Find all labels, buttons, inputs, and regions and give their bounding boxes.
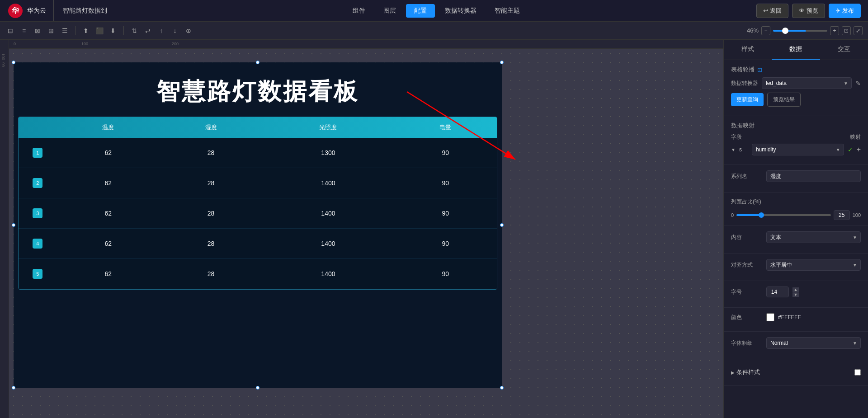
data-converter-select-wrapper: led_data bbox=[762, 77, 852, 89]
ruler-mark-v-100: 100 bbox=[1, 53, 5, 60]
align-select[interactable]: 水平居中 bbox=[766, 259, 861, 271]
table-row: 2 62 28 1400 90 bbox=[19, 168, 497, 198]
dashboard-content: 智慧路灯数据看板 温度 湿度 光照度 电量 bbox=[14, 62, 502, 388]
zoom-area: 46% − + ⊡ ⤢ bbox=[747, 26, 863, 35]
ruler-horizontal: 0 100 200 bbox=[0, 40, 723, 49]
align-middle-icon[interactable]: ⬛ bbox=[94, 26, 104, 36]
handle-bottom-right[interactable] bbox=[500, 386, 504, 390]
content-select[interactable]: 文本 bbox=[766, 231, 861, 243]
row-power-cell: 90 bbox=[394, 168, 497, 198]
canvas-area[interactable]: 0 100 200 99 100 智慧路灯数据看板 bbox=[0, 40, 723, 418]
row-humidity-cell: 28 bbox=[160, 138, 262, 168]
data-converter-row: 数据转换器 led_data ✎ bbox=[731, 77, 861, 89]
huawei-logo-icon: 华 bbox=[7, 3, 24, 19]
font-size-input[interactable] bbox=[766, 286, 789, 297]
back-label: 返回 bbox=[770, 7, 782, 15]
logo-area: 华 华为云 bbox=[0, 0, 54, 21]
font-size-up[interactable]: ▲ bbox=[793, 287, 799, 292]
row-id-cell: 2 bbox=[19, 168, 57, 198]
font-weight-select[interactable]: Normal bbox=[766, 337, 861, 349]
align-justify-icon[interactable]: ☰ bbox=[60, 26, 70, 36]
col-index-header bbox=[19, 117, 57, 138]
layer-down-icon[interactable]: ↓ bbox=[170, 26, 180, 36]
data-converter-label: 数据转换器 bbox=[731, 80, 758, 87]
handle-top-right[interactable] bbox=[500, 61, 504, 64]
tab-style[interactable]: 样式 bbox=[724, 40, 772, 60]
query-actions-row: 更新查询 预览结果 bbox=[731, 93, 861, 107]
ruler-mark-0: 0 bbox=[14, 42, 16, 46]
font-weight-section: 字体粗细 Normal bbox=[724, 332, 868, 359]
preview-button[interactable]: 👁 预览 bbox=[792, 4, 825, 18]
color-row: 颜色 #FFFFFF bbox=[731, 313, 861, 321]
distribute-h-icon[interactable]: ⊞ bbox=[46, 26, 56, 36]
row-light-cell: 1400 bbox=[262, 229, 394, 259]
data-converter-select[interactable]: led_data bbox=[762, 77, 852, 89]
nav-components[interactable]: 组件 bbox=[344, 4, 373, 18]
back-button[interactable]: ↩ 返回 bbox=[756, 4, 788, 18]
tab-interact[interactable]: 交互 bbox=[820, 40, 868, 60]
flip-v-icon[interactable]: ⇅ bbox=[129, 26, 139, 36]
field-s-label: s bbox=[739, 146, 748, 153]
layer-up-icon[interactable]: ↑ bbox=[156, 26, 166, 36]
color-hex-value: #FFFFFF bbox=[778, 314, 801, 320]
col-width-label: 列宽占比(%) bbox=[731, 198, 763, 206]
refresh-query-button[interactable]: 更新查询 bbox=[731, 93, 764, 106]
row-temp-cell: 62 bbox=[57, 138, 160, 168]
align-left-icon[interactable]: ⊟ bbox=[5, 26, 15, 36]
publish-button[interactable]: ✈ 发布 bbox=[829, 4, 861, 18]
series-name-input[interactable] bbox=[766, 170, 861, 182]
table-carousel-section: 表格轮播 ⊡ 数据转换器 led_data ✎ 更新查询 预览结果 bbox=[724, 60, 868, 116]
font-size-section: 字号 ▲ ▼ bbox=[724, 281, 868, 308]
handle-left[interactable] bbox=[12, 223, 15, 227]
nav-layers[interactable]: 图层 bbox=[375, 4, 404, 18]
content-select-wrapper: 文本 bbox=[766, 231, 861, 243]
condition-style-row[interactable]: ▶ 条件样式 bbox=[731, 365, 861, 380]
col-width-slider[interactable] bbox=[736, 214, 831, 216]
row-humidity-cell: 28 bbox=[160, 259, 262, 289]
expand-icon[interactable]: ▼ bbox=[731, 147, 736, 152]
row-light-cell: 1400 bbox=[262, 168, 394, 198]
align-center-h-icon[interactable]: ≡ bbox=[19, 26, 29, 36]
handle-right[interactable] bbox=[500, 223, 504, 227]
publish-label: 发布 bbox=[842, 7, 854, 15]
zoom-slider[interactable] bbox=[773, 30, 827, 32]
color-swatch[interactable] bbox=[766, 313, 774, 321]
distribute-v-icon[interactable]: ⊕ bbox=[184, 26, 193, 36]
font-size-row: 字号 ▲ ▼ bbox=[731, 286, 861, 297]
col-width-section: 列宽占比(%) 0 25 100 bbox=[724, 193, 868, 226]
content-row: 内容 文本 bbox=[731, 231, 861, 243]
mapping-value-select[interactable]: humidity bbox=[752, 144, 844, 155]
preview-result-button[interactable]: 预览结果 bbox=[767, 93, 801, 107]
nav-config[interactable]: 配置 bbox=[406, 4, 435, 18]
handle-bottom[interactable] bbox=[256, 386, 259, 390]
align-top-icon[interactable]: ⬆ bbox=[81, 26, 91, 36]
flip-h-icon[interactable]: ⇄ bbox=[143, 26, 153, 36]
align-bottom-icon[interactable]: ⬇ bbox=[108, 26, 118, 36]
tab-data[interactable]: 数据 bbox=[772, 40, 820, 60]
zoom-percent: 46% bbox=[747, 27, 759, 34]
add-mapping-icon[interactable]: + bbox=[857, 146, 861, 154]
nav-theme[interactable]: 智能主题 bbox=[486, 4, 528, 18]
fullscreen-button[interactable]: ⤢ bbox=[854, 26, 863, 35]
handle-top-left[interactable] bbox=[12, 61, 15, 64]
zoom-in-button[interactable]: + bbox=[830, 26, 839, 35]
main-layout: 0 100 200 99 100 智慧路灯数据看板 bbox=[0, 40, 868, 418]
nav-converter[interactable]: 数据转换器 bbox=[437, 4, 485, 18]
condition-collapse-icon: ▶ bbox=[731, 370, 735, 375]
table-carousel-icon: ⊡ bbox=[757, 66, 762, 73]
row-id-cell: 1 bbox=[19, 138, 57, 168]
fit-screen-button[interactable]: ⊡ bbox=[842, 26, 851, 35]
row-power-cell: 90 bbox=[394, 229, 497, 259]
align-right-icon[interactable]: ⊠ bbox=[33, 26, 42, 36]
condition-checkbox[interactable] bbox=[854, 369, 861, 376]
mapping-value-wrapper: humidity bbox=[752, 144, 844, 155]
font-size-down[interactable]: ▼ bbox=[793, 292, 799, 297]
content-section: 内容 文本 bbox=[724, 226, 868, 254]
edit-converter-icon[interactable]: ✎ bbox=[855, 80, 861, 87]
mapping-header: 字段 映射 bbox=[731, 133, 861, 141]
handle-bottom-left[interactable] bbox=[12, 386, 15, 390]
handle-top[interactable] bbox=[256, 61, 259, 64]
canvas-frame: 智慧路灯数据看板 温度 湿度 光照度 电量 bbox=[14, 62, 502, 388]
series-name-section: 系列名 bbox=[724, 165, 868, 193]
zoom-out-button[interactable]: − bbox=[761, 26, 770, 35]
